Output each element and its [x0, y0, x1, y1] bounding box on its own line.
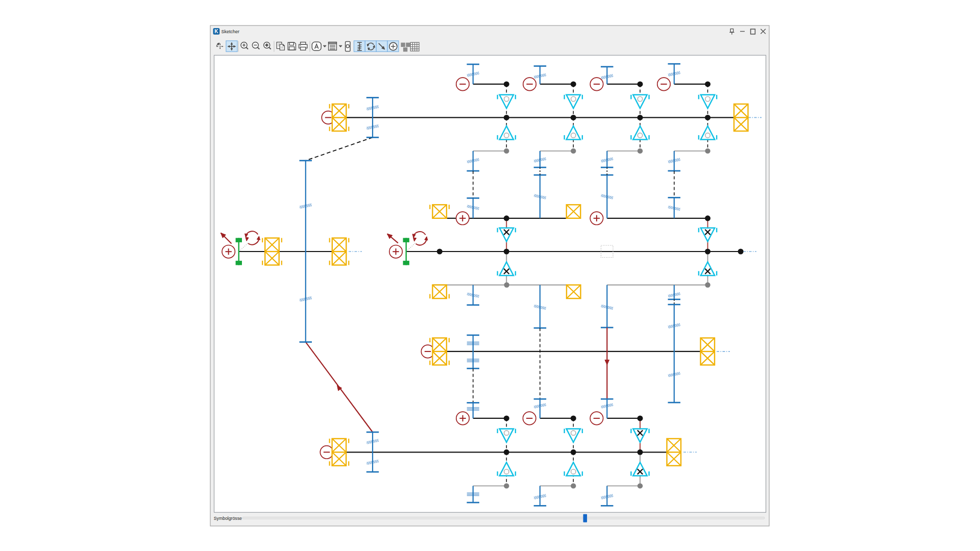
svg-text:K: K	[214, 29, 218, 34]
svg-text:Sketcher: Sketcher	[222, 29, 240, 34]
svg-text:Symbolgrösse: Symbolgrösse	[214, 516, 242, 521]
